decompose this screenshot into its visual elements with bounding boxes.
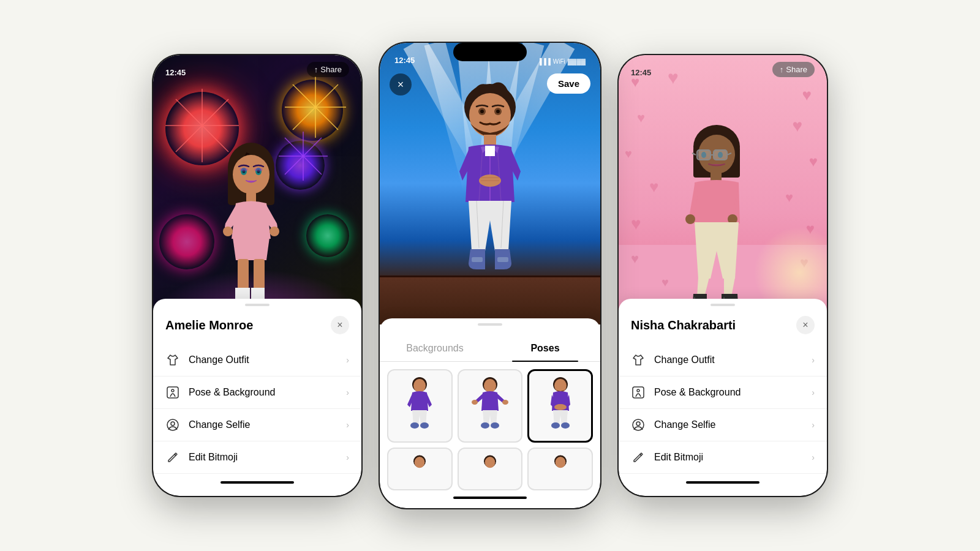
chevron-right-1-right: › xyxy=(812,355,815,365)
menu-item-change-selfie-left[interactable]: Change Selfie › xyxy=(153,409,361,441)
heart-9: ♥ xyxy=(785,190,793,206)
svg-point-64 xyxy=(554,404,567,410)
tabs-container: Backgrounds Poses xyxy=(380,335,600,362)
signal-icon-middle: ▐▐▐ xyxy=(538,58,551,65)
edit-bitmoji-label-right: Edit Bitmoji xyxy=(654,452,812,463)
menu-item-edit-bitmoji-left[interactable]: Edit Bitmoji › xyxy=(153,441,361,474)
svg-point-84 xyxy=(685,214,695,224)
panel-handle-left xyxy=(245,304,270,306)
phone-right-panel: Nisha Chakrabarti × Change Outfit › xyxy=(619,299,827,496)
menu-item-edit-bitmoji-right[interactable]: Edit Bitmoji › xyxy=(619,441,827,474)
phone-right: 12:45 ↑ Share ♥ ♥ ♥ ♥ ♥ ♥ ♥ ♥ xyxy=(619,55,827,496)
svg-point-63 xyxy=(554,379,567,392)
phone-right-user-name: Nisha Chakrabarti xyxy=(631,318,736,332)
phone-left-close-button[interactable]: × xyxy=(331,316,349,334)
pose-mini-5 xyxy=(475,448,505,490)
pose-mini-3 xyxy=(542,375,579,437)
heart-bottom-1: ♥ xyxy=(631,251,639,267)
edit-bitmoji-label-left: Edit Bitmoji xyxy=(189,452,346,463)
svg-point-70 xyxy=(485,457,496,468)
svg-point-39 xyxy=(172,389,174,392)
svg-point-65 xyxy=(551,422,560,429)
heart-10: ♥ xyxy=(631,214,641,234)
svg-rect-86 xyxy=(633,387,644,398)
svg-point-68 xyxy=(415,457,425,468)
home-indicator-left xyxy=(221,481,294,484)
menu-item-change-outfit-left[interactable]: Change Outfit › xyxy=(153,344,361,377)
edit-icon-right xyxy=(631,450,646,465)
svg-point-34 xyxy=(223,227,233,236)
svg-point-87 xyxy=(637,389,639,392)
phone-middle-save-button[interactable]: Save xyxy=(547,73,590,94)
phone-middle-image-area: × Save xyxy=(380,43,600,324)
heart-7: ♥ xyxy=(809,153,818,170)
phone-middle-time: 12:45 xyxy=(394,56,415,65)
bitmoji-avatar-1 xyxy=(202,135,300,318)
pose-mini-6 xyxy=(545,448,576,490)
fireworks-background xyxy=(153,55,361,318)
pose-item-2[interactable] xyxy=(458,369,523,443)
chevron-right-1-left: › xyxy=(346,355,349,365)
phone-left-share-button[interactable]: ↑ Share xyxy=(307,62,349,77)
phone-middle-status-icons: ▐▐▐ WiFi ▓▓▓▓ xyxy=(538,58,586,65)
svg-rect-50 xyxy=(472,257,483,262)
menu-item-pose-background-left[interactable]: Pose & Background › xyxy=(153,377,361,409)
tab-backgrounds[interactable]: Backgrounds xyxy=(380,335,490,361)
phone-middle: 12:45 ▐▐▐ WiFi ▓▓▓▓ xyxy=(380,43,600,508)
svg-point-46 xyxy=(480,110,484,113)
change-selfie-label-right: Change Selfie xyxy=(654,419,812,430)
phone-right-share-button[interactable]: ↑ Share xyxy=(772,62,815,77)
svg-point-72 xyxy=(555,457,565,468)
battery-icon-middle: ▓▓▓▓ xyxy=(568,58,586,65)
svg-line-12 xyxy=(293,84,315,107)
heart-5: ♥ xyxy=(792,116,802,136)
stage-floor xyxy=(380,276,600,324)
pose-item-6[interactable] xyxy=(527,448,593,490)
panel-handle-right xyxy=(710,304,735,306)
panel-header-left: Amelie Monroe × xyxy=(153,316,361,344)
phones-container: 12:45 ↑ Share Amelie Monroe × xyxy=(153,43,827,508)
heart-6: ♥ xyxy=(625,147,632,161)
menu-item-change-outfit-right[interactable]: Change Outfit › xyxy=(619,344,827,377)
phone-left-image-area xyxy=(153,55,361,318)
pose-item-1[interactable] xyxy=(387,369,453,443)
pose-item-3[interactable] xyxy=(527,369,593,443)
svg-point-61 xyxy=(491,422,499,429)
phone-middle-panel: Backgrounds Poses xyxy=(380,318,600,508)
phone-middle-close-button[interactable]: × xyxy=(390,73,412,96)
phone-left: 12:45 ↑ Share Amelie Monroe × xyxy=(153,55,361,496)
svg-line-6 xyxy=(176,126,202,152)
tab-poses[interactable]: Poses xyxy=(490,335,600,361)
change-outfit-label-left: Change Outfit xyxy=(189,354,346,365)
svg-line-4 xyxy=(176,99,202,126)
svg-point-58 xyxy=(472,400,478,405)
svg-rect-37 xyxy=(254,259,265,290)
bitmoji-avatar-2 xyxy=(429,73,551,282)
svg-point-57 xyxy=(484,379,496,392)
poses-grid-row2 xyxy=(380,448,600,490)
menu-item-change-selfie-right[interactable]: Change Selfie › xyxy=(619,409,827,441)
svg-point-55 xyxy=(420,422,429,429)
phone-right-status-bar: 12:45 ↑ Share xyxy=(619,55,827,82)
phone-left-share-label: Share xyxy=(320,65,342,74)
svg-point-26 xyxy=(233,155,270,194)
svg-point-89 xyxy=(636,422,640,425)
chevron-right-2-right: › xyxy=(812,388,815,397)
pose-icon-left xyxy=(165,385,180,400)
share-icon: ↑ xyxy=(314,65,318,74)
svg-rect-38 xyxy=(167,387,178,398)
svg-point-82 xyxy=(718,152,723,158)
svg-point-59 xyxy=(502,400,508,405)
phone-left-panel: Amelie Monroe × Change Outfit › xyxy=(153,299,361,496)
svg-line-23 xyxy=(303,156,322,174)
hearts-background: ♥ ♥ ♥ ♥ ♥ ♥ ♥ ♥ ♥ ♥ ♥ ♥ ♥ ♥ ♥ xyxy=(619,55,827,318)
change-selfie-label-left: Change Selfie xyxy=(189,419,346,430)
poses-grid xyxy=(380,369,600,443)
pose-icon-right xyxy=(631,385,646,400)
panel-handle-middle xyxy=(478,323,502,326)
phone-left-time: 12:45 xyxy=(165,68,186,77)
menu-item-pose-background-right[interactable]: Pose & Background › xyxy=(619,377,827,409)
phone-right-close-button[interactable]: × xyxy=(796,316,815,334)
pose-item-4[interactable] xyxy=(387,448,453,490)
pose-item-5[interactable] xyxy=(458,448,523,490)
